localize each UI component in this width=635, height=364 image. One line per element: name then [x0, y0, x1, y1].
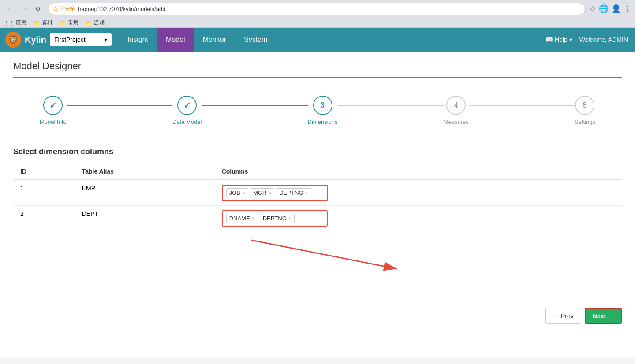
folder-icon: 📁 — [34, 20, 40, 26]
back-button[interactable]: ← — [4, 3, 16, 15]
table-header-row: ID Table Alias Columns — [13, 163, 622, 180]
step-circle-3: 3 — [313, 96, 332, 115]
games-folder-icon: 📁 — [86, 20, 92, 26]
data-label: 资料 — [42, 19, 52, 26]
nav-right: 📖 Help ▾ Welcome, ADMIN — [545, 36, 635, 43]
nav-insight[interactable]: Insight — [119, 28, 157, 52]
nav-links: Insight Model Monitor System — [119, 28, 276, 52]
stepper: ✓ Model Info ✓ Data Model 3 Dimensions 4… — [13, 87, 622, 134]
footer: 🏠 Apache Kylin | 👥 Apache Kylin Communit… — [0, 357, 635, 364]
address-bar[interactable]: ⚠ 不安全 hadoop102:7070/kylin/models/add — [48, 3, 586, 15]
main-content: Model Designer ✓ Model Info ✓ Data Model… — [0, 52, 635, 357]
step-label-5: Settings — [575, 119, 595, 125]
step-label-1: Model Info — [40, 119, 67, 125]
step-circle-4: 4 — [446, 96, 466, 115]
nav-buttons: ← Prev Next → — [13, 299, 622, 324]
bookmarks-bar: ⋮⋮ 应用 📁 资料 📁 常用 📁 游戏 — [0, 18, 635, 28]
col-header-columns: Columns — [215, 163, 579, 180]
section-title: Select dimension columns — [13, 147, 622, 156]
forward-button[interactable]: → — [18, 3, 30, 15]
step-label-2: Data Model — [172, 119, 202, 125]
project-selector[interactable]: FirstProject ▾ — [50, 33, 112, 46]
emp-tag-mgr-remove[interactable]: × — [268, 190, 271, 196]
page-title: Model Designer — [13, 60, 622, 78]
nav-system[interactable]: System — [235, 28, 276, 52]
col-header-id: ID — [13, 163, 75, 180]
table-row: 2 DEPT DNAME × DEPTNO × — [13, 206, 622, 231]
step-line-4 — [469, 105, 575, 106]
step-measures: 4 Measures — [444, 96, 469, 125]
dept-tag-container[interactable]: DNAME × DEPTNO × — [222, 210, 328, 227]
nav-model[interactable]: Model — [157, 28, 194, 52]
bookmark-games[interactable]: 📁 游戏 — [86, 19, 105, 26]
step-circle-1: ✓ — [43, 96, 63, 115]
bookmark-common[interactable]: 📁 常用 — [60, 19, 78, 26]
profile-icon[interactable]: 👤 — [611, 4, 621, 14]
url-text: hadoop102:7070/kylin/models/add — [78, 6, 165, 12]
apps-label: 应用 — [16, 19, 26, 26]
emp-tag-container[interactable]: JOB × MGR × DEPTNO × — [222, 185, 328, 201]
emp-tag-deptno: DEPTNO × — [276, 188, 311, 197]
table-container: ID Table Alias Columns 1 EMP JOB × — [13, 163, 622, 286]
step-circle-2: ✓ — [177, 96, 197, 115]
dimension-table: ID Table Alias Columns 1 EMP JOB × — [13, 163, 622, 231]
browser-chrome: ← → ↻ ⚠ 不安全 hadoop102:7070/kylin/models/… — [0, 0, 635, 18]
browser-nav-buttons: ← → ↻ — [4, 3, 44, 15]
annotation-arrow — [13, 227, 410, 280]
step-label-4: Measures — [444, 119, 469, 125]
security-warning: ⚠ 不安全 — [53, 5, 75, 13]
games-label: 游戏 — [94, 19, 105, 26]
step-dimensions: 3 Dimensions — [308, 96, 338, 125]
bookmark-data[interactable]: 📁 资料 — [34, 19, 52, 26]
bookmark-apps[interactable]: ⋮⋮ 应用 — [4, 19, 26, 26]
row2-columns[interactable]: DNAME × DEPTNO × — [215, 206, 579, 231]
app-navbar: 🦁 Kylin FirstProject ▾ Insight Model Mon… — [0, 28, 635, 52]
table-row: 1 EMP JOB × MGR × DEPTNO × — [13, 180, 622, 206]
apps-icon: ⋮⋮ — [4, 20, 14, 26]
bookmark-icon[interactable]: ☆ — [589, 4, 596, 14]
emp-tag-job: JOB × — [226, 188, 248, 197]
row2-extra — [579, 206, 622, 231]
emp-tag-mgr: MGR × — [250, 188, 274, 197]
refresh-button[interactable]: ↻ — [32, 3, 44, 15]
translate-icon[interactable]: 🌐 — [599, 4, 609, 14]
row2-alias: DEPT — [75, 206, 215, 231]
step-label-3: Dimensions — [308, 119, 338, 125]
dept-tag-deptno: DEPTNO × — [260, 214, 295, 223]
svg-line-1 — [251, 240, 397, 269]
chevron-down-icon: ▾ — [104, 36, 107, 43]
emp-tag-deptno-remove[interactable]: × — [305, 190, 308, 196]
row1-id: 1 — [13, 180, 75, 206]
step-line-1 — [67, 105, 172, 106]
browser-actions: ☆ 🌐 👤 ⋮ — [589, 4, 631, 14]
row1-alias: EMP — [75, 180, 215, 206]
emp-tag-job-remove[interactable]: × — [242, 190, 245, 196]
dept-tag-dname: DNAME × — [226, 214, 258, 223]
step-line-2 — [202, 105, 307, 106]
menu-icon[interactable]: ⋮ — [624, 4, 631, 14]
row1-extra — [579, 180, 622, 206]
dept-tag-dname-remove[interactable]: × — [252, 215, 255, 222]
next-button[interactable]: Next → — [585, 308, 622, 324]
step-data-model: ✓ Data Model — [172, 96, 202, 125]
step-model-info: ✓ Model Info — [40, 96, 67, 125]
welcome-label[interactable]: Welcome, ADMIN — [579, 36, 628, 43]
project-name: FirstProject — [54, 36, 86, 43]
col-header-alias: Table Alias — [75, 163, 215, 180]
step-circle-5: 5 — [575, 96, 594, 115]
common-label: 常用 — [68, 19, 78, 26]
kylin-logo-icon: 🦁 — [5, 32, 21, 48]
row1-columns[interactable]: JOB × MGR × DEPTNO × — [215, 180, 579, 206]
kylin-brand-name: Kylin — [25, 35, 46, 45]
step-line-3 — [338, 105, 444, 106]
row2-id: 2 — [13, 206, 75, 231]
help-button[interactable]: 📖 Help ▾ — [545, 36, 572, 43]
step-settings: 5 Settings — [575, 96, 595, 125]
common-folder-icon: 📁 — [60, 20, 66, 26]
dept-tag-deptno-remove[interactable]: × — [288, 215, 291, 222]
kylin-logo: 🦁 Kylin — [5, 32, 46, 48]
col-header-extra — [579, 163, 622, 180]
prev-button[interactable]: ← Prev — [545, 308, 581, 324]
nav-monitor[interactable]: Monitor — [194, 28, 235, 52]
